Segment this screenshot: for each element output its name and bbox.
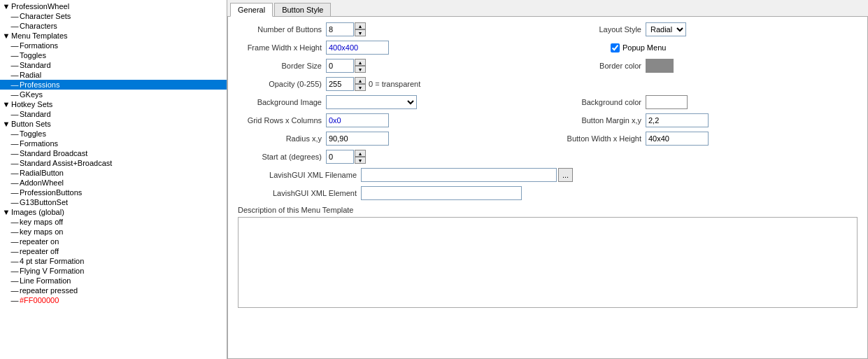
layout-style-row: Layout Style Radial Grid Linear <box>555 22 860 36</box>
background-color-box[interactable] <box>646 95 688 109</box>
tree-item-menu-templates[interactable]: ▼Menu Templates <box>0 31 227 41</box>
button-wh-row: Button Width x Height <box>555 132 860 146</box>
right-panel: GeneralButton Style Number of Buttons ▲ … <box>227 0 868 359</box>
tree-item-label: RadialButton <box>20 169 225 177</box>
expand-icon: ▼ <box>1 2 11 10</box>
expand-icon: — <box>10 129 20 138</box>
background-image-select-wrap <box>326 95 417 109</box>
form-area: Number of Buttons ▲ ▼ Layout Style Radia… <box>227 17 868 359</box>
opacity-label: Opacity (0-255) <box>235 80 326 88</box>
tree-item-line-formation[interactable]: —Line Formation <box>0 276 227 286</box>
opacity-row: Opacity (0-255) ▲ ▼ 0 = transparent <box>235 77 541 91</box>
opacity-right-spacer <box>555 77 860 91</box>
lavish-xml-filename-input[interactable] <box>361 168 557 182</box>
popup-menu-wrap: Popup Menu <box>611 43 666 52</box>
expand-icon: — <box>10 257 20 265</box>
popup-menu-row: Popup Menu <box>555 41 860 55</box>
tree-item-4pt-star-formation[interactable]: —4 pt star Formation <box>0 256 227 266</box>
description-textarea[interactable] <box>238 217 858 308</box>
number-of-buttons-spinner: ▲ ▼ <box>326 22 366 36</box>
tree-item-label: Professions <box>20 80 225 89</box>
lavish-xml-element-input[interactable] <box>361 186 522 200</box>
tree-item-profession-buttons[interactable]: —ProfessionButtons <box>0 188 227 197</box>
grid-rows-label: Grid Rows x Columns <box>235 116 326 125</box>
tree-item-label: Toggles <box>20 51 225 59</box>
opacity-spinner: ▲ ▼ <box>326 77 366 91</box>
tree-item-hotkey-sets[interactable]: ▼Hotkey Sets <box>0 99 227 109</box>
opacity-input[interactable] <box>326 77 354 91</box>
popup-menu-checkbox[interactable] <box>611 43 620 52</box>
expand-icon: ▼ <box>1 208 11 216</box>
browse-button[interactable]: ... <box>558 168 573 182</box>
tree-item-label: Line Formation <box>20 276 225 285</box>
description-label: Description of this Menu Template <box>238 206 858 214</box>
border-size-up[interactable]: ▲ <box>355 59 366 66</box>
frame-size-input[interactable] <box>326 41 389 55</box>
button-margin-input[interactable] <box>646 113 709 127</box>
number-of-buttons-input[interactable] <box>326 22 354 36</box>
tree-item-radial[interactable]: —Radial <box>0 70 227 80</box>
radius-row: Radius x,y <box>235 132 541 146</box>
tree-item-profession-wheel[interactable]: ▼ProfessionWheel <box>0 1 227 11</box>
layout-style-select-wrap: Radial Grid Linear <box>646 22 686 36</box>
tree-item-repeater-pressed[interactable]: —repeater pressed <box>0 286 227 295</box>
button-wh-input[interactable] <box>646 132 709 146</box>
number-of-buttons-up[interactable]: ▲ <box>355 22 366 29</box>
tree-item-formations2[interactable]: —Formations <box>0 139 227 148</box>
tree-item-images-global[interactable]: ▼Images (global) <box>0 207 227 217</box>
tab-button-style[interactable]: Button Style <box>274 3 331 16</box>
tab-general[interactable]: General <box>230 3 273 17</box>
tree-item-professions[interactable]: —Professions <box>0 80 227 90</box>
tree-item-label: Standard <box>20 61 225 69</box>
grid-rows-input[interactable] <box>326 113 389 127</box>
expand-icon: ▼ <box>1 31 11 40</box>
tree-item-gkeys[interactable]: —GKeys <box>0 90 227 99</box>
opacity-down[interactable]: ▼ <box>355 84 366 91</box>
number-of-buttons-down[interactable]: ▼ <box>355 29 366 36</box>
tree-item-characters[interactable]: —Characters <box>0 21 227 31</box>
expand-icon: — <box>10 71 20 79</box>
tree-item-toggles2[interactable]: —Toggles <box>0 129 227 139</box>
tree-item-radial-button[interactable]: —RadialButton <box>0 168 227 178</box>
background-image-select[interactable] <box>326 95 417 109</box>
border-size-input[interactable] <box>326 59 354 73</box>
tree-item-label: #FF000000 <box>20 296 225 304</box>
border-size-row: Border Size ▲ ▼ <box>235 59 541 73</box>
start-at-up[interactable]: ▲ <box>355 150 366 157</box>
tree-item-label: repeater pressed <box>20 286 225 295</box>
tree-item-label: Standard Broadcast <box>20 149 225 157</box>
layout-style-label: Layout Style <box>555 25 646 34</box>
tree-item-button-sets[interactable]: ▼Button Sets <box>0 119 227 129</box>
expand-icon: — <box>10 276 20 285</box>
tree-item-repeater-off[interactable]: —repeater off <box>0 246 227 256</box>
tree-item-ff000000[interactable]: —#FF000000 <box>0 295 227 305</box>
expand-icon: — <box>10 110 20 118</box>
lavish-xml-element-label: LavishGUI XML Element <box>235 189 361 197</box>
tree-item-label: Characters <box>20 22 225 30</box>
expand-icon: — <box>10 286 20 295</box>
border-color-box[interactable] <box>646 59 674 73</box>
tree-item-standard-assist-broadcast[interactable]: —Standard Assist+Broadcast <box>0 158 227 168</box>
background-image-label: Background Image <box>235 98 326 106</box>
tree-item-toggles[interactable]: —Toggles <box>0 50 227 60</box>
tree-item-addon-wheel[interactable]: —AddonWheel <box>0 178 227 188</box>
tree-item-standard[interactable]: —Standard <box>0 60 227 70</box>
tree-item-key-maps-off[interactable]: —key maps off <box>0 217 227 227</box>
start-at-down[interactable]: ▼ <box>355 157 366 164</box>
radius-input[interactable] <box>326 132 389 146</box>
tree-item-standard2[interactable]: —Standard <box>0 109 227 119</box>
tree-item-key-maps-on[interactable]: —key maps on <box>0 227 227 237</box>
tree-item-character-sets[interactable]: —Character Sets <box>0 11 227 21</box>
tree-container[interactable]: ▼ProfessionWheel—Character Sets—Characte… <box>0 0 227 359</box>
tree-item-repeater-on[interactable]: —repeater on <box>0 237 227 246</box>
opacity-up[interactable]: ▲ <box>355 77 366 84</box>
tree-item-standard-broadcast[interactable]: —Standard Broadcast <box>0 148 227 158</box>
tree-item-label: Formations <box>20 139 225 148</box>
expand-icon: ▼ <box>1 120 11 128</box>
tree-item-g13-button-set[interactable]: —G13ButtonSet <box>0 197 227 207</box>
layout-style-select[interactable]: Radial Grid Linear <box>646 22 686 36</box>
tree-item-flying-v-formation[interactable]: —Flying V Formation <box>0 266 227 276</box>
border-size-down[interactable]: ▼ <box>355 66 366 73</box>
tree-item-formations[interactable]: —Formations <box>0 41 227 50</box>
start-at-input[interactable] <box>326 150 354 164</box>
